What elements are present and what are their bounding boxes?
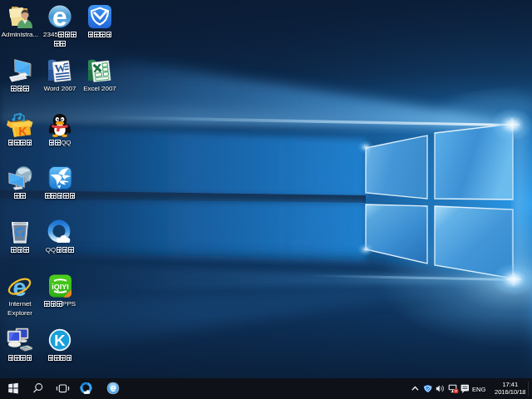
svg-text:e: e <box>111 382 116 394</box>
svg-text:e: e <box>52 4 67 29</box>
svg-text:iQIYI: iQIYI <box>52 283 69 291</box>
svg-text:K: K <box>54 332 66 349</box>
svg-text:K: K <box>18 125 27 138</box>
